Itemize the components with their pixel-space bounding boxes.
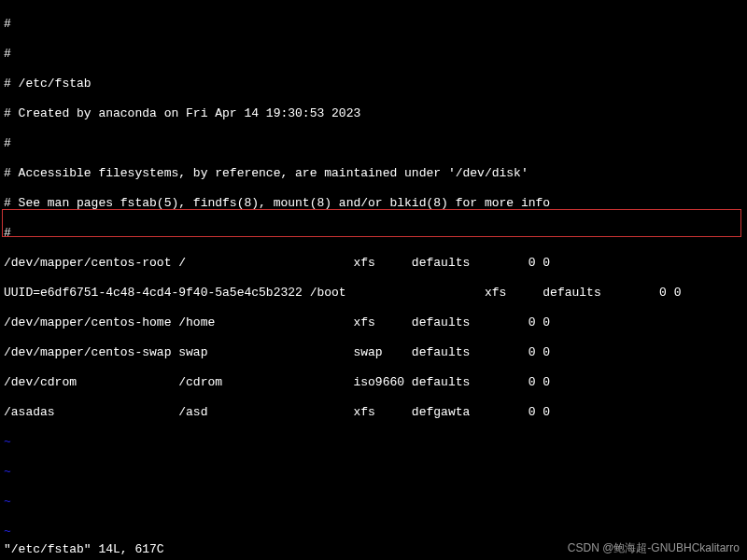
terminal-content[interactable]: # # # /etc/fstab # Created by anaconda o… [0,0,747,560]
file-line: /asadas /asd xfs defgawta 0 0 [4,405,743,420]
file-line: /dev/cdrom /cdrom iso9660 defaults 0 0 [4,375,743,390]
file-line: # Accessible filesystems, by reference, … [4,166,743,181]
file-line: /dev/mapper/centos-home /home xfs defaul… [4,315,743,330]
file-line: /dev/mapper/centos-swap swap swap defaul… [4,345,743,360]
file-line: UUID=e6df6751-4c48-4cd4-9f40-5a5e4c5b232… [4,286,743,301]
file-line: # Created by anaconda on Fri Apr 14 19:3… [4,106,743,121]
file-line: # [4,136,743,151]
file-line: # /etc/fstab [4,77,743,91]
file-line: # See man pages fstab(5), findfs(8), mou… [4,196,743,211]
file-line: /dev/mapper/centos-root / xfs defaults 0… [4,256,743,271]
file-line: # [4,17,743,32]
vim-tilde: ~ [4,495,743,510]
vim-tilde: ~ [4,435,743,450]
file-line: # [4,47,743,62]
vim-status-bar: "/etc/fstab" 14L, 617C [4,542,164,556]
file-line: # [4,226,743,241]
vim-tilde: ~ [4,465,743,480]
vim-tilde: ~ [4,525,743,539]
watermark-text: CSDN @鲍海超-GNUBHCkalitarro [568,540,740,556]
